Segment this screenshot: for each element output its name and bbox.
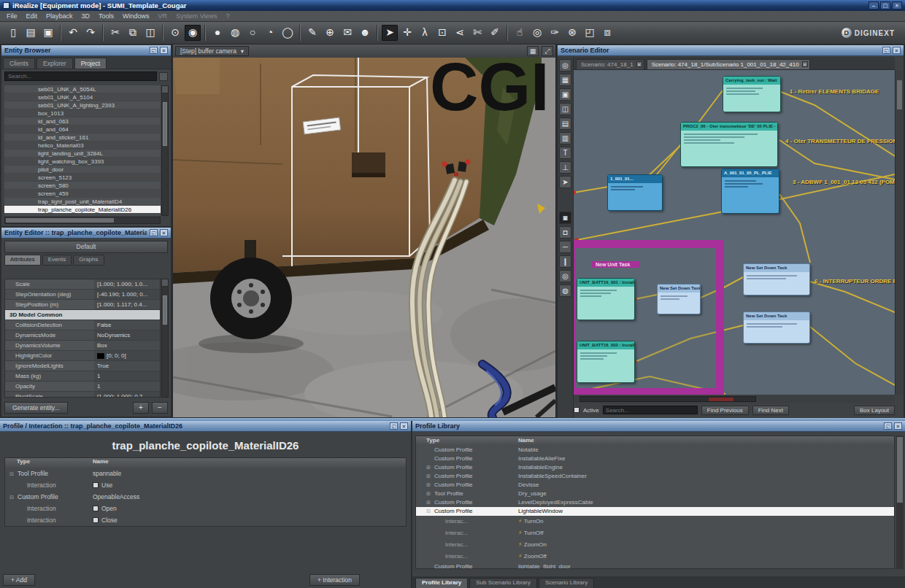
tree-item[interactable]: pilot_door bbox=[4, 166, 161, 174]
cut-icon[interactable]: ✂ bbox=[107, 25, 123, 41]
property-row[interactable]: DynamicsVolumeBox bbox=[5, 341, 160, 351]
property-row-highlight-color[interactable]: HighlightColor[0; 0; 0] bbox=[5, 351, 160, 361]
table-row[interactable]: Custom ProfileInstallableAileFixe bbox=[416, 454, 894, 463]
node-step[interactable]: A_001_01_05_PL_PLIE bbox=[721, 169, 779, 214]
camera-selector-dropdown[interactable]: [Step] buffer camera ▾ bbox=[175, 46, 249, 56]
tab-clients[interactable]: Clients bbox=[3, 58, 35, 69]
capture-icon[interactable]: ⧈ bbox=[599, 25, 615, 41]
entity-search-input[interactable] bbox=[4, 71, 157, 81]
close-tab-icon[interactable]: ✕ bbox=[636, 61, 642, 67]
tree-item[interactable]: light_watching_box_3393 bbox=[4, 158, 161, 166]
save-icon[interactable]: ▣ bbox=[40, 25, 56, 41]
property-row[interactable]: IgnoreModelLightsTrue bbox=[5, 361, 160, 371]
table-row[interactable]: Interaction Open bbox=[5, 503, 406, 514]
table-row[interactable]: Custom Profilelightable_flight_door bbox=[416, 562, 894, 569]
viewport-3d-scene[interactable]: CGI bbox=[173, 58, 555, 417]
remove-attribute-button[interactable]: − bbox=[152, 402, 168, 414]
close-tab-icon[interactable]: ✕ bbox=[802, 61, 808, 67]
tab-sub-scenario-library[interactable]: Sub Scenario Library bbox=[469, 578, 537, 588]
search-clear-icon[interactable] bbox=[159, 72, 168, 81]
color-swatch[interactable] bbox=[97, 353, 104, 359]
comment-icon[interactable]: ✉ bbox=[339, 25, 355, 41]
scenario-tab[interactable]: Scenario: 474_18_1✕ bbox=[576, 59, 644, 69]
table-row[interactable]: Custom ProfileNotable bbox=[416, 446, 894, 454]
table-row[interactable]: ⊟Custom Profile OpenableAccess bbox=[5, 491, 406, 503]
tree-item[interactable]: ld_and_sticker_161 bbox=[4, 134, 161, 142]
snap-icon[interactable]: ⊡ bbox=[434, 25, 450, 41]
menu-3d[interactable]: 3D bbox=[78, 12, 94, 20]
entity-tree-hscrollbar[interactable] bbox=[4, 217, 161, 224]
find-next-button[interactable]: Find Next bbox=[752, 406, 789, 415]
close-panel-icon[interactable]: ✕ bbox=[160, 47, 168, 54]
find-previous-button[interactable]: Find Previous bbox=[701, 406, 749, 415]
property-grid-vscrollbar[interactable] bbox=[161, 279, 169, 398]
avatar-icon[interactable]: ☻ bbox=[357, 25, 373, 41]
close-button[interactable]: ✕ bbox=[892, 1, 902, 9]
library-vscrollbar[interactable] bbox=[896, 436, 904, 569]
table-row[interactable]: ⊞Custom ProfileInstallableEngine bbox=[416, 463, 894, 472]
grid-toggle-icon[interactable]: ▦ bbox=[527, 46, 539, 56]
panel-icon[interactable]: ▣ bbox=[559, 88, 571, 101]
property-group-header[interactable]: 3D Model Common bbox=[5, 310, 160, 320]
tab-project[interactable]: Project bbox=[74, 58, 107, 69]
tree-item[interactable]: ld_and_063 bbox=[4, 117, 161, 125]
active-checkbox[interactable] bbox=[574, 407, 579, 413]
tree-item[interactable]: screen_5123 bbox=[4, 174, 161, 182]
scenario-tab-active[interactable]: Scenario: 474_18_1/SubScenario 1_001_01_… bbox=[647, 59, 810, 69]
select-cursor-icon[interactable]: ➤ bbox=[382, 25, 398, 41]
tab-explorer[interactable]: Explorer bbox=[36, 58, 73, 69]
menu-tools[interactable]: Tools bbox=[95, 12, 118, 20]
table-row[interactable]: Interaction Use bbox=[5, 479, 406, 491]
layers-icon[interactable]: ◫ bbox=[559, 103, 571, 115]
tree-item[interactable]: screen_580 bbox=[4, 182, 161, 190]
circle-a-icon[interactable]: ○ bbox=[244, 25, 261, 41]
world-icon[interactable]: ⊛ bbox=[564, 25, 580, 41]
expander-icon[interactable]: ⊟ bbox=[9, 492, 15, 503]
tab-graphs[interactable]: Graphs bbox=[73, 255, 104, 266]
default-button[interactable]: Default bbox=[4, 241, 168, 253]
draw-pen-icon[interactable]: ✐ bbox=[487, 25, 503, 41]
property-row[interactable]: StepOrientation (deg)[-40.190; 1.000; 0.… bbox=[5, 290, 160, 300]
add-button[interactable]: + Add bbox=[3, 574, 35, 586]
manipulate-icon[interactable]: λ bbox=[417, 25, 433, 41]
property-row[interactable]: PivotScale[1.000; 1.000; 0.2... bbox=[5, 392, 160, 398]
table-row[interactable]: Interac...⚡ TurnOn bbox=[416, 516, 894, 527]
columns-icon[interactable]: ▥ bbox=[559, 132, 571, 144]
interaction-checkbox[interactable] bbox=[93, 482, 99, 488]
property-row[interactable]: Scale[1.000; 1.000; 1.0... bbox=[5, 279, 160, 290]
table-row[interactable]: ⊞Custom ProfileLevelDeployedExpressCable bbox=[416, 498, 894, 507]
magnifier-icon[interactable]: ◎ bbox=[559, 270, 571, 282]
table-row[interactable]: Interac...⚡ ZoomOn bbox=[416, 539, 894, 551]
minimize-button[interactable]: – bbox=[869, 1, 879, 9]
float-panel-icon[interactable]: ◱ bbox=[150, 229, 158, 236]
redo-icon[interactable]: ↷ bbox=[82, 25, 99, 41]
generate-entity-button[interactable]: Generate entity... bbox=[4, 402, 68, 414]
interaction-checkbox[interactable] bbox=[93, 506, 99, 511]
record-icon[interactable]: ● bbox=[209, 25, 226, 41]
table-row[interactable]: ⊟Tool Profile spannable bbox=[5, 468, 406, 479]
property-row[interactable]: DynamicsModeNoDynamics bbox=[5, 330, 160, 341]
interaction-checkbox[interactable] bbox=[93, 517, 99, 523]
table-row[interactable]: Interaction Close bbox=[5, 514, 406, 526]
float-panel-icon[interactable]: ◱ bbox=[884, 422, 892, 430]
unlink-icon[interactable]: ✄ bbox=[469, 25, 485, 41]
node-proc[interactable]: PROC2_06 - Oter transmetteur 'DE' 05 PLI… bbox=[680, 122, 778, 167]
close-panel-icon[interactable]: ✕ bbox=[400, 422, 408, 430]
float-panel-icon[interactable]: ◱ bbox=[882, 47, 890, 54]
float-panel-icon[interactable]: ◱ bbox=[390, 422, 398, 430]
new-file-icon[interactable]: ▯ bbox=[5, 25, 21, 41]
tree-item[interactable]: light_landing_unit_3284L bbox=[4, 150, 161, 158]
menu-file[interactable]: File bbox=[3, 12, 21, 20]
node-set-down-task-1[interactable]: New Set Down Task bbox=[743, 263, 810, 295]
float-panel-icon[interactable]: ◱ bbox=[150, 47, 158, 54]
close-panel-icon[interactable]: ✕ bbox=[160, 229, 168, 236]
tree-item[interactable]: screen_459 bbox=[4, 190, 161, 198]
unit-task-container-label[interactable]: New Unit Task bbox=[592, 261, 640, 268]
tree-item[interactable]: ld_and_064 bbox=[4, 125, 161, 134]
tab-scenario-library[interactable]: Scenario Library bbox=[539, 578, 594, 588]
text-tool-icon[interactable]: T bbox=[559, 147, 571, 159]
collapse-icon[interactable]: ─ bbox=[559, 241, 571, 253]
close-panel-icon[interactable]: ✕ bbox=[893, 47, 901, 54]
tree-item[interactable]: helico_Material03 bbox=[4, 142, 161, 150]
link-icon[interactable]: ⋖ bbox=[452, 25, 468, 41]
